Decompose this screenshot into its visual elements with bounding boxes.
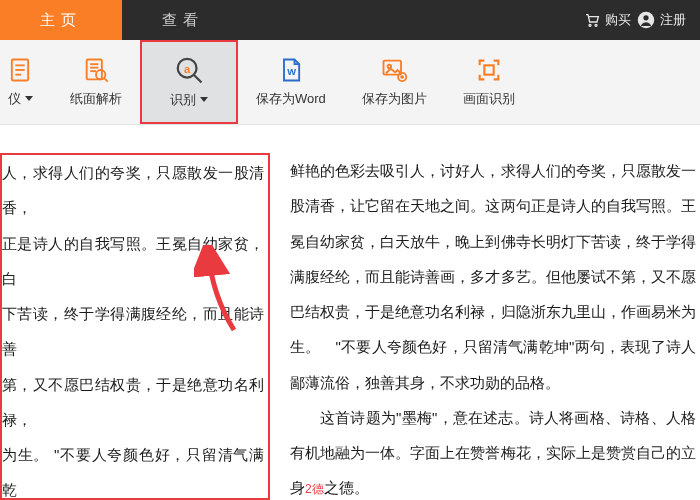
svg-point-3: [643, 15, 648, 20]
cart-icon: [584, 12, 600, 28]
toolbar-item-save-image-label: 保存为图片: [362, 90, 427, 108]
text-line: 正是诗人的自我写照。王冕自幼家贫，白: [2, 226, 264, 297]
text-paragraph: 鲜艳的色彩去吸引人，讨好人，求得人们的夸奖，只愿散发一股清香，让它留在天地之间。…: [290, 153, 696, 400]
toolbar-item-parse[interactable]: 纸面解析: [52, 40, 140, 124]
toolbar-item-save-image[interactable]: 保存为图片: [344, 40, 445, 124]
toolbar: 仪 纸面解析 a 识别 W 保存为Word 保存为图片 画面识别: [0, 40, 700, 125]
toolbar-group: 仪 纸面解析 a 识别 W 保存为Word 保存为图片 画面识别: [0, 40, 533, 124]
text-line: 下苦读，终于学得满腹经纶，而且能诗善: [2, 296, 264, 367]
scan-icon: [475, 56, 503, 84]
right-text-column: 鲜艳的色彩去吸引人，讨好人，求得人们的夸奖，只愿散发一股清香，让它留在天地之间。…: [290, 153, 700, 500]
register-button[interactable]: 注册: [637, 11, 686, 29]
svg-rect-21: [484, 65, 493, 74]
topbar-actions: 购买 注册: [584, 0, 700, 40]
tab-home[interactable]: 主页: [0, 0, 122, 40]
page-search-icon: [82, 56, 110, 84]
svg-line-13: [104, 78, 108, 82]
tab-home-label: 主页: [40, 11, 82, 30]
text-line: 为生。 "不要人夸颜色好，只留清气满乾: [2, 437, 264, 500]
svg-text:W: W: [287, 67, 296, 77]
svg-point-12: [96, 70, 105, 79]
toolbar-item-calibrator-label: 仪: [8, 90, 33, 108]
document-icon: [6, 56, 34, 84]
buy-label: 购买: [605, 11, 631, 29]
magnifier-a-icon: a: [174, 55, 204, 85]
tab-view[interactable]: 查看: [122, 0, 244, 40]
tab-view-label: 查看: [162, 11, 204, 30]
image-save-icon: [380, 56, 408, 84]
toolbar-item-save-word-label: 保存为Word: [256, 90, 326, 108]
toolbar-item-save-word[interactable]: W 保存为Word: [238, 40, 344, 124]
toolbar-item-parse-label: 纸面解析: [70, 90, 122, 108]
word-file-icon: W: [277, 56, 305, 84]
buy-button[interactable]: 购买: [584, 11, 631, 29]
text-line: 第，又不愿巴结权贵，于是绝意功名利禄，: [2, 367, 264, 438]
text-paragraph: 这首诗题为"墨梅"，意在述志。诗人将画格、诗格、人格有机地融为一体。字面上在赞誉…: [290, 400, 696, 500]
svg-line-15: [194, 75, 202, 83]
top-menu-bar: 主页 查看 购买 注册: [0, 0, 700, 40]
svg-point-1: [595, 24, 597, 26]
left-text-column: 人，求得人们的夸奖，只愿散发一股清香，正是诗人的自我写照。王冕自幼家贫，白下苦读…: [0, 153, 270, 500]
tab-strip: 主页 查看: [0, 0, 244, 40]
text-line: 人，求得人们的夸奖，只愿散发一股清香，: [2, 155, 264, 226]
svg-point-0: [589, 24, 591, 26]
toolbar-item-recognize-label: 识别: [170, 91, 208, 109]
toolbar-item-screen-recog[interactable]: 画面识别: [445, 40, 533, 124]
user-icon: [637, 11, 655, 29]
toolbar-item-calibrator[interactable]: 仪: [0, 40, 52, 124]
toolbar-item-recognize[interactable]: a 识别: [140, 40, 238, 124]
register-label: 注册: [660, 11, 686, 29]
content-area: 人，求得人们的夸奖，只愿散发一股清香，正是诗人的自我写照。王冕自幼家贫，白下苦读…: [0, 125, 700, 500]
toolbar-item-screen-recog-label: 画面识别: [463, 90, 515, 108]
svg-text:a: a: [184, 63, 191, 75]
